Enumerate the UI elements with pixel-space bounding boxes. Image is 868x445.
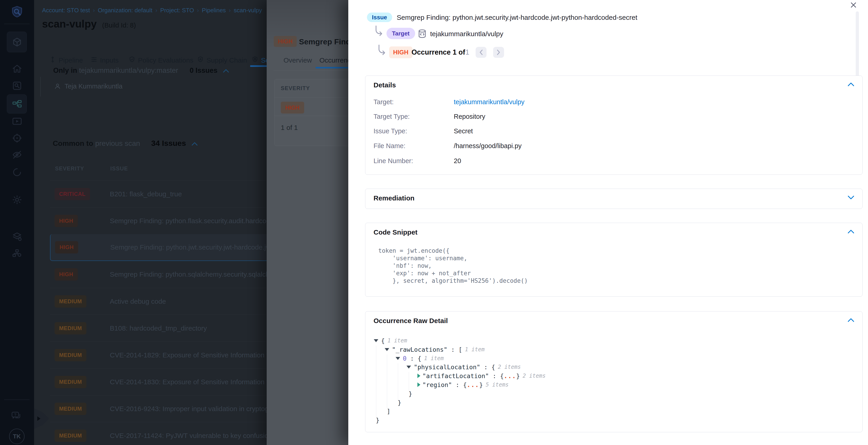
user-name: Teja Kummarikuntla [65,83,123,90]
json-item-count: 1 item [388,337,407,344]
breadcrumb-item[interactable]: Project: STO [160,7,194,13]
json-close-brace: } [516,373,520,380]
target-name: tejakummarikuntla/vulpy [430,30,503,38]
severity-badge: HIGH [389,47,412,58]
tree-expanded-icon[interactable] [374,339,378,342]
detail-value-link[interactable]: tejakummarikuntla/vulpy [454,98,525,107]
json-tree-row[interactable]: 0 : {1 item [365,354,444,362]
code-snippet-heading: Code Snippet [374,229,417,236]
json-colon: : [480,363,492,370]
remediation-heading: Remediation [374,194,414,202]
active-tab-underline [315,67,348,68]
code-line: token = jwt.encode({ [378,247,528,255]
tab-pipeline[interactable]: Pipeline [49,55,83,66]
detail-value: 20 [454,157,461,166]
sidebar-item-executions[interactable] [12,116,22,126]
json-tree-row[interactable]: } [365,416,379,424]
sidebar-item-module-cube[interactable] [7,32,27,52]
tab-overview[interactable]: Overview [283,56,312,64]
shield-gear-icon [197,56,204,65]
sidebar-item-scan-search[interactable] [12,81,22,91]
issue-name: Active debug code [110,298,166,305]
chevron-up-icon[interactable] [191,139,198,148]
user-avatar[interactable]: TK [9,428,25,444]
detail-row: Line Number:20 [374,157,461,166]
code-line: 'nbf': now, [378,262,528,270]
sidebar-item-project-settings[interactable] [12,232,22,242]
json-tree-row[interactable]: "artifactLocation" : {...}2 items [365,372,546,380]
json-key: "physicalLocation" [414,363,480,370]
pagination-label: 1 of 1 [281,124,298,131]
json-key: 0 [403,355,406,362]
sidebar-divider [4,24,30,24]
tab-inputs[interactable]: Inputs [91,55,119,66]
json-tree-row[interactable]: ] [365,407,390,415]
tab-label: Pipeline [59,56,83,64]
previous-scan-label: previous scan [95,139,140,147]
page-title: scan-vulpy [42,18,97,30]
tab-supply-chain[interactable]: Supply Chain [197,55,247,66]
collapse-details-button[interactable] [847,82,855,87]
sidebar-item-pipelines[interactable] [7,94,27,114]
tree-collapsed-icon[interactable] [417,382,421,387]
chevron-up-icon[interactable] [223,66,229,75]
collapse-code-snippet-button[interactable] [847,229,855,234]
severity-badge: MEDIUM [55,403,86,415]
severity-badge: MEDIUM [55,429,86,442]
tree-expanded-icon[interactable] [385,348,389,351]
prev-occurrence-button[interactable] [475,47,487,58]
breadcrumb-item[interactable]: Account: STO test [42,7,90,13]
tree-expanded-icon[interactable] [396,357,400,360]
json-tree-row[interactable]: } [365,389,412,398]
expand-remediation-button[interactable] [847,195,855,200]
next-occurrence-button[interactable] [493,47,504,58]
common-issues-section-header[interactable]: Common to previous scan 34 Issues [53,139,198,148]
issue-name: B201: flask_debug_true [110,190,182,198]
json-tree-row[interactable]: "physicalLocation" : {2 items [365,363,521,371]
new-issues-section-header[interactable]: Only in tejakummarikuntla/vulpy:master 0… [53,66,229,75]
divider [274,116,348,116]
json-collapsed-dots: ... [504,373,516,380]
json-tree-row[interactable]: } [365,398,401,407]
json-colon: : [452,381,463,388]
sidebar-item-exemptions[interactable] [12,149,22,160]
elbow-arrow-icon [375,26,384,36]
raw-detail-card: Occurrence Raw Detail {1 item"_rawLocati… [365,311,863,432]
issue-badge: Issue [367,12,392,22]
sidebar-item-targets[interactable] [12,133,22,143]
json-tree-row[interactable]: "_rawLocations" : [1 item [365,345,485,354]
json-tree-row[interactable]: "region" : {...}5 items [365,381,508,389]
tree-expanded-icon[interactable] [406,365,411,368]
severity-badge[interactable]: HIGH [281,102,304,114]
breadcrumb-item[interactable]: scan-vulpy [234,7,262,13]
breadcrumb-item[interactable]: Pipelines [202,7,226,13]
json-colon: : [406,355,417,362]
breadcrumb-item[interactable]: Organization: default [98,7,152,13]
json-open-bracket: { [491,363,495,370]
sidebar-item-org-settings[interactable] [12,248,22,259]
json-collapsed-dots: ... [467,381,479,388]
close-icon[interactable] [848,0,859,10]
json-colon: : [447,346,459,353]
trigger-user: Teja Kummarikuntla [54,82,123,90]
tree-collapsed-icon[interactable] [417,374,421,378]
sidebar-item-settings[interactable] [12,195,22,205]
severity-badge: HIGH [274,36,297,47]
tab-label: Policy Evaluations [138,56,193,64]
pipeline-icon [49,56,56,65]
sidebar-item-home[interactable] [12,63,22,74]
tab-policy-evaluations[interactable]: Policy Evaluations [128,55,193,66]
details-heading: Details [374,81,396,89]
tab-occurrences[interactable]: Occurrences [319,56,348,64]
sidebar-item-gitness[interactable] [12,167,22,177]
severity-badge: MEDIUM [55,376,86,388]
help-chat-icon[interactable]: ? [11,410,21,421]
drawer-issue-title: Semgrep Finding: python.jwt.security.jwt… [299,37,348,46]
details-card: Details Target:tejakummarikuntla/vulpyTa… [365,76,863,175]
json-item-count: 2 items [523,373,546,379]
shield-check-icon [128,56,135,65]
json-tree-row[interactable]: {1 item [365,336,407,345]
svg-text:?: ? [14,412,17,417]
severity-badge: HIGH [55,241,78,254]
breadcrumb-separator: › [93,7,95,13]
